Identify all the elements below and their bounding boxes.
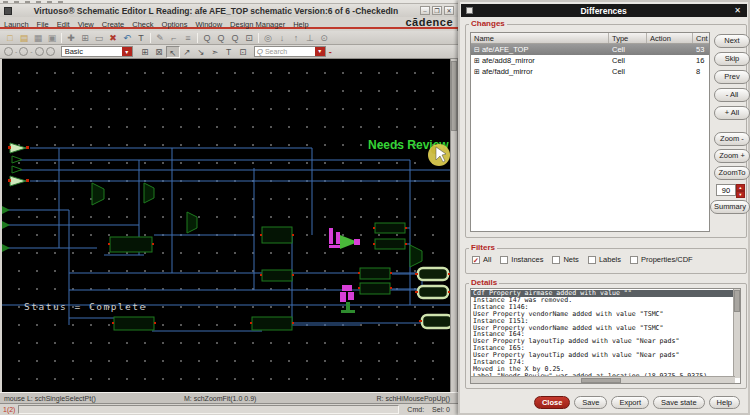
select-inst-icon[interactable]: ➣ (208, 46, 222, 58)
expand-icon[interactable]: ⊞ (474, 57, 480, 65)
lock-icon[interactable]: ⊙ (317, 32, 331, 44)
select-box-icon[interactable]: ⊡ (236, 46, 250, 58)
mux-instances[interactable] (92, 183, 422, 267)
menu-check[interactable]: Check (128, 20, 157, 29)
filter-nets[interactable]: Nets (552, 255, 578, 264)
minimize-icon[interactable]: – (420, 6, 430, 15)
menu-options[interactable]: Options (158, 20, 192, 29)
canvas-scrollbar[interactable] (450, 59, 457, 392)
instance-icon[interactable]: ⊞ (138, 46, 152, 58)
maximize-icon[interactable]: ❐ (432, 6, 442, 15)
move-icon[interactable]: ✚ (64, 32, 78, 44)
menu-edit[interactable]: Edit (53, 20, 74, 29)
details-hscrollbar[interactable] (471, 376, 735, 383)
checkbox-icon[interactable] (500, 256, 508, 264)
buffer-instances[interactable] (10, 143, 26, 186)
all-button[interactable]: - All (714, 88, 750, 102)
save-button[interactable]: Save (574, 396, 607, 409)
workspace-combo[interactable]: Basic ▾ (61, 46, 133, 57)
mouse-binding-4-icon[interactable] (46, 47, 55, 56)
table-row[interactable]: ⊞afe/add8_mirrorCell16 (471, 55, 709, 66)
column-header-type[interactable]: Type (609, 33, 647, 43)
checkbox-icon[interactable]: ✓ (472, 256, 480, 264)
export-button[interactable]: Export (611, 396, 649, 409)
text-icon[interactable]: T (134, 32, 148, 44)
zoom-button[interactable]: Zoom + (714, 149, 750, 163)
mouse-binding-1-icon[interactable] (4, 47, 13, 56)
close-button[interactable]: Close (534, 396, 570, 409)
menu-file[interactable]: File (33, 20, 53, 29)
menu-launch[interactable]: Launch (0, 20, 33, 29)
filter-properties-cdf[interactable]: Properties/CDF (630, 255, 693, 264)
canvas-scrollbar-thumb[interactable] (451, 61, 457, 131)
instance-check-icon[interactable]: ⊠ (152, 46, 166, 58)
pad-instances[interactable] (418, 268, 450, 328)
ascend-icon[interactable]: ↑ (289, 32, 303, 44)
undo-icon[interactable]: ↶ (120, 32, 134, 44)
probe-icon[interactable]: ◎ (261, 32, 275, 44)
select-text-icon[interactable]: T (222, 46, 236, 58)
menu-window[interactable]: Window (191, 20, 226, 29)
save-state-button[interactable]: Save state (653, 396, 704, 409)
skip-button[interactable]: Skip (714, 52, 750, 66)
details-textarea[interactable]: Cdf Property airmase added with value ""… (470, 288, 741, 384)
spinner-down-icon[interactable]: ▾ (736, 191, 745, 198)
combo-dropdown-icon[interactable]: ▾ (122, 47, 132, 56)
collapse-icon[interactable]: ⊟ (474, 46, 480, 54)
block-instances[interactable] (110, 223, 405, 330)
wire-icon[interactable]: ⌐ (167, 32, 181, 44)
menu-view[interactable]: View (74, 20, 98, 29)
search-dropdown-icon[interactable]: ▾ (315, 47, 325, 56)
descend-icon[interactable]: ↓ (275, 32, 289, 44)
open-icon[interactable]: ▤ (17, 32, 31, 44)
select-pointer-icon[interactable]: ↖ (166, 46, 180, 58)
zoom-level-value[interactable]: 90 (716, 184, 736, 196)
select-add-icon[interactable]: ↗ (180, 46, 194, 58)
delete-icon[interactable]: ✖ (106, 32, 120, 44)
menu-help[interactable]: Help (289, 20, 312, 29)
checkbox-icon[interactable] (588, 256, 596, 264)
save-icon[interactable]: ▦ (31, 32, 45, 44)
menu-create[interactable]: Create (98, 20, 129, 29)
schematic-canvas[interactable]: Needs Review Status = Complete (2, 59, 450, 392)
checkbox-icon[interactable] (552, 256, 560, 264)
zoom-in-icon[interactable]: Q (200, 32, 214, 44)
filter-labels[interactable]: Labels (588, 255, 621, 264)
summary-button[interactable]: Summary (710, 200, 750, 214)
zoom-out-icon[interactable]: Q (214, 32, 228, 44)
bus-icon[interactable]: ≡ (181, 32, 195, 44)
copy-icon[interactable]: ⊞ (78, 32, 92, 44)
table-row[interactable]: ⊞afe/fadd_mirrorCell8 (471, 66, 709, 77)
table-row[interactable]: ⊟afe/AFE_TOPCell53 (471, 44, 709, 55)
details-vscrollbar[interactable] (733, 289, 740, 378)
highlighted-instance-2[interactable] (340, 285, 355, 313)
status-note-label[interactable]: Status = Complete (24, 301, 147, 312)
prev-button[interactable]: Prev (714, 70, 750, 84)
spinner-up-icon[interactable]: ▴ (736, 184, 745, 191)
export-icon[interactable]: ▣ (45, 32, 59, 44)
highlighted-instance-1[interactable] (329, 228, 360, 249)
zoom-box-icon[interactable]: ⊡ (242, 32, 256, 44)
column-header-cnt[interactable]: Cnt (693, 33, 709, 43)
expand-icon[interactable]: ⊞ (474, 68, 480, 76)
close-icon[interactable]: ✕ (444, 6, 454, 15)
all-button[interactable]: + All (714, 106, 750, 120)
command-input[interactable] (18, 405, 399, 414)
menu-design-manager[interactable]: Design Manager (226, 20, 289, 29)
checkbox-icon[interactable] (630, 256, 638, 264)
pin-icon[interactable]: ⊥ (303, 32, 317, 44)
column-header-action[interactable]: Action (647, 33, 693, 43)
zoom-fit-icon[interactable]: Q (228, 32, 242, 44)
column-header-name[interactable]: Name (471, 33, 609, 43)
details-hscrollbar-thumb[interactable] (581, 378, 621, 383)
details-vscrollbar-thumb[interactable] (734, 290, 740, 312)
new-icon[interactable]: □ (3, 32, 17, 44)
ruler-icon[interactable]: ▭ (92, 32, 106, 44)
zoom-button[interactable]: Zoom - (714, 132, 750, 146)
next-button[interactable]: Next (714, 34, 750, 48)
zoomto-button[interactable]: ZoomTo (714, 166, 750, 180)
mouse-binding-2-icon[interactable] (19, 47, 28, 56)
note-icon[interactable]: ✎ (153, 32, 167, 44)
dialog-close-icon[interactable]: ✕ (734, 6, 741, 15)
select-sub-icon[interactable]: ↘ (194, 46, 208, 58)
